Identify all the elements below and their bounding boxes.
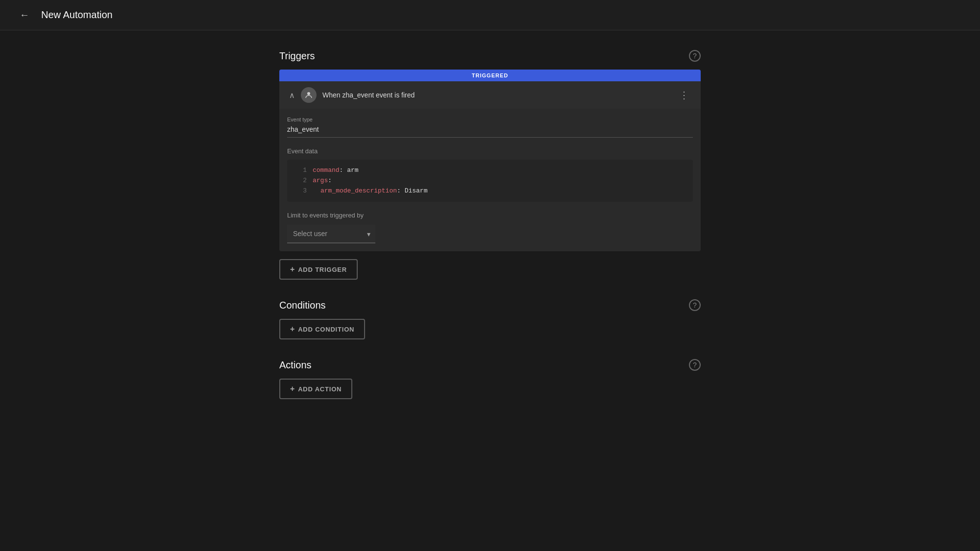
page-title: New Automation	[41, 9, 113, 21]
add-action-label: ADD ACTION	[298, 385, 342, 393]
select-user-wrapper: Select user	[287, 225, 375, 243]
event-type-field: Event type zha_event	[287, 117, 693, 138]
add-action-plus: +	[290, 384, 295, 393]
event-type-label: Event type	[287, 117, 693, 122]
trigger-more-button[interactable]: ⋮	[675, 87, 693, 103]
event-data-code: 1 command: arm 2 args: 3 arm_mode_descri…	[287, 160, 693, 202]
trigger-icon	[301, 87, 317, 103]
conditions-title: Conditions	[279, 300, 326, 311]
trigger-card-header: ∧ When zha_event event is fired ⋮	[279, 81, 701, 109]
code-line-2: 2 args:	[295, 176, 685, 186]
line-num-2: 2	[295, 176, 307, 186]
line-num-3: 3	[295, 186, 307, 196]
header: ← New Automation	[0, 0, 980, 30]
back-button[interactable]: ←	[16, 6, 33, 24]
add-action-button[interactable]: + ADD ACTION	[279, 379, 352, 399]
trigger-description: When zha_event event is fired	[322, 91, 675, 99]
triggers-section: Triggers ? TRIGGERED ∧ When zha_event ev…	[279, 50, 701, 280]
code-key-command: command	[313, 167, 340, 174]
actions-section-header: Actions ?	[279, 359, 701, 371]
line-num-1: 1	[295, 166, 307, 176]
triggers-help-icon[interactable]: ?	[689, 50, 701, 62]
actions-section: Actions ? + ADD ACTION	[279, 359, 701, 399]
code-key-arm-mode: arm_mode_description	[320, 187, 397, 194]
limit-label: Limit to events triggered by	[287, 212, 693, 219]
triggers-section-header: Triggers ?	[279, 50, 701, 62]
add-condition-button[interactable]: + ADD CONDITION	[279, 319, 365, 339]
add-trigger-label: ADD TRIGGER	[298, 266, 347, 273]
code-line-3: 3 arm_mode_description: Disarm	[295, 186, 685, 196]
trigger-body: Event type zha_event Event data 1 comman…	[279, 109, 701, 251]
actions-help-icon[interactable]: ?	[689, 359, 701, 371]
collapse-button[interactable]: ∧	[287, 89, 297, 102]
svg-point-0	[307, 92, 310, 95]
actions-title: Actions	[279, 359, 312, 371]
main-content: Triggers ? TRIGGERED ∧ When zha_event ev…	[270, 30, 710, 438]
add-trigger-button[interactable]: + ADD TRIGGER	[279, 259, 358, 280]
conditions-section: Conditions ? + ADD CONDITION	[279, 299, 701, 339]
trigger-card: TRIGGERED ∧ When zha_event event is fire…	[279, 70, 701, 251]
code-line-1: 1 command: arm	[295, 166, 685, 176]
trigger-status-bar: TRIGGERED	[279, 70, 701, 81]
event-data-label: Event data	[287, 147, 693, 155]
add-condition-plus: +	[290, 325, 295, 334]
conditions-section-header: Conditions ?	[279, 299, 701, 311]
add-condition-label: ADD CONDITION	[298, 326, 354, 333]
limit-section: Limit to events triggered by Select user	[287, 212, 693, 243]
conditions-help-icon[interactable]: ?	[689, 299, 701, 311]
event-type-value: zha_event	[287, 125, 693, 138]
triggers-title: Triggers	[279, 50, 315, 62]
select-user-dropdown[interactable]: Select user	[287, 225, 375, 243]
code-key-args: args	[313, 177, 328, 184]
add-trigger-plus: +	[290, 265, 295, 274]
